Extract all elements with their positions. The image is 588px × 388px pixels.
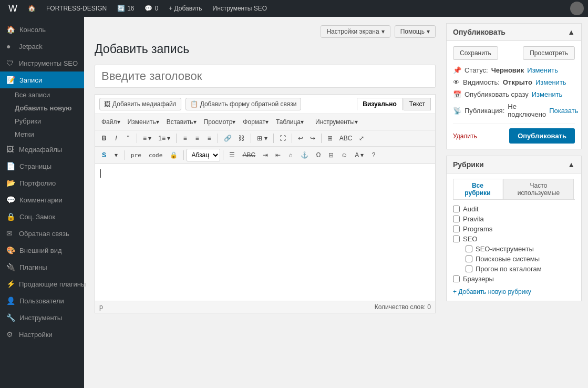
sidebar-item-jetpack[interactable]: ● Jetpack [0, 38, 84, 55]
shield-dropdown[interactable]: ▾ [110, 149, 122, 161]
sidebar-item-portfolio[interactable]: 📂 Портфолио [0, 175, 84, 191]
sidebar-item-comments[interactable]: 💬 Комментарии [0, 191, 84, 208]
cat-checkbox-audit[interactable] [453, 206, 460, 212]
sidebar-item-posts[interactable]: 📝 Записи [0, 72, 84, 88]
ul-btn[interactable]: ≡ ▾ [140, 132, 154, 144]
sidebar-item-users[interactable]: 👤 Пользователи [0, 292, 84, 309]
menu-tools[interactable]: Инструменты ▾ [312, 116, 361, 128]
code-btn[interactable]: code [146, 149, 166, 161]
delete-btn[interactable]: Удалить [453, 132, 477, 140]
color-btn[interactable]: A ▾ [352, 149, 367, 161]
visibility-change-link[interactable]: Изменить [535, 78, 566, 86]
abc-btn[interactable]: ABC [336, 132, 356, 144]
cat-checkbox-directories[interactable] [466, 266, 472, 272]
user-avatar[interactable] [570, 2, 584, 15]
sidebar-categories[interactable]: Рубрики [15, 115, 84, 128]
screen-options-btn[interactable]: Настройки экрана ▾ [321, 25, 390, 38]
unlink-btn[interactable]: ⛓ [235, 132, 248, 144]
wp-logo-btn[interactable]: W [4, 0, 22, 17]
tab-frequent-categories[interactable]: Часто используемые [503, 179, 574, 199]
link-btn[interactable]: 🔗 [221, 132, 235, 144]
align-center[interactable]: ≡ [191, 132, 203, 144]
indent-btn[interactable]: ⇥ [260, 149, 271, 161]
sidebar-item-appearance[interactable]: 🎨 Внешний вид [0, 242, 84, 259]
site-name-btn[interactable]: FORTRESS-DESIGN [42, 0, 111, 17]
text-tab[interactable]: Текст [404, 98, 431, 110]
publish-collapse-icon: ▲ [568, 28, 575, 36]
strikethrough-btn[interactable]: ABC [239, 149, 259, 161]
ol-btn[interactable]: 1≡ ▾ [155, 132, 173, 144]
align-left-2[interactable]: ☰ [226, 149, 238, 161]
menu-table[interactable]: Таблица ▾ [273, 116, 307, 128]
publication-show-link[interactable]: Показать [549, 107, 578, 115]
add-form-btn[interactable]: 📋 Добавить форму обратной связи [185, 98, 302, 110]
publish-date-row: 📅 Опубликовать сразу Изменить [453, 88, 575, 100]
sidebar-item-tools[interactable]: 🔧 Инструменты [0, 309, 84, 326]
sidebar-item-plugins[interactable]: 🔌 Плагины [0, 259, 84, 275]
subscript-btn[interactable]: Ω [313, 149, 324, 161]
menu-file[interactable]: Файл ▾ [98, 116, 123, 128]
bold-btn[interactable]: B [98, 132, 110, 144]
expand-btn[interactable]: ⤢ [356, 132, 367, 144]
sidebar-all-posts[interactable]: Все записи [15, 88, 84, 101]
tab-all-categories[interactable]: Все рубрики [453, 179, 502, 199]
publish-date-change[interactable]: Изменить [532, 90, 563, 98]
help-editor-btn[interactable]: ? [368, 149, 379, 161]
add-new-btn[interactable]: + Добавить [164, 0, 206, 17]
table-insert-btn[interactable]: ⊞ ▾ [254, 132, 270, 144]
add-media-btn[interactable]: 🖼 Добавить медиафайл [99, 98, 181, 110]
cat-checkbox-seo[interactable] [453, 236, 460, 242]
emoji-btn[interactable]: ☺ [338, 149, 350, 161]
cat-checkbox-browsers[interactable] [453, 275, 460, 282]
special-char-btn[interactable]: ⌂ [285, 149, 296, 161]
home-btn[interactable]: 🏠 [24, 0, 40, 17]
lock-btn[interactable]: 🔒 [167, 149, 181, 161]
align-left[interactable]: ≡ [179, 132, 191, 144]
outdent-btn[interactable]: ⇤ [272, 149, 284, 161]
seo-btn[interactable]: Инструменты SEO [209, 0, 272, 17]
redo-btn[interactable]: ↪ [307, 132, 318, 144]
grid-btn[interactable]: ⊞ [324, 132, 336, 144]
cat-checkbox-search-engines[interactable] [466, 256, 472, 262]
sidebar-item-settings[interactable]: ⚙ Настройки [0, 326, 84, 343]
pre-btn[interactable]: pre [128, 149, 145, 161]
paragraph-select[interactable]: Абзац [187, 149, 220, 161]
preview-btn[interactable]: Просмотреть [523, 46, 575, 60]
updates-btn[interactable]: 🔄 16 [113, 0, 138, 17]
sidebar-item-social-lock[interactable]: 🔒 Соц. Замок [0, 208, 84, 225]
publish-btn[interactable]: Опубликовать [509, 128, 575, 144]
editor-body[interactable] [95, 164, 435, 301]
inline-btn[interactable]: ⊟ [325, 149, 337, 161]
shield-btn[interactable]: S [98, 149, 110, 161]
menu-format[interactable]: Формат ▾ [240, 116, 272, 128]
sidebar-item-console[interactable]: 🏠 Консоль [0, 21, 84, 38]
sidebar-add-new[interactable]: Добавить новую [15, 101, 84, 115]
help-btn[interactable]: Помощь ▾ [395, 25, 436, 38]
italic-btn[interactable]: I [110, 132, 122, 144]
publish-box: Опубликовать ▲ Сохранить Просмотреть 📌 С… [446, 23, 582, 149]
fullscreen-btn[interactable]: ⛶ [276, 132, 289, 144]
add-category-link[interactable]: + Добавить новую рубрику [453, 288, 575, 295]
sidebar-tags[interactable]: Метки [15, 128, 84, 141]
settings-icon: ⚙ [6, 330, 15, 339]
align-right[interactable]: ≡ [203, 132, 215, 144]
visual-tab[interactable]: Визуально [357, 98, 402, 110]
status-change-link[interactable]: Изменить [527, 66, 558, 74]
sidebar-item-seo[interactable]: 🛡 Инструменты SEO [0, 55, 84, 72]
sidebar-item-media[interactable]: 🖼 Медиафайлы [0, 141, 84, 158]
menu-edit[interactable]: Изменить ▾ [125, 116, 162, 128]
menu-insert[interactable]: Вставить ▾ [163, 116, 200, 128]
cat-checkbox-programs[interactable] [453, 226, 460, 232]
anchor-btn[interactable]: ⚓ [297, 149, 312, 161]
sidebar-item-selling[interactable]: ⚡ Продающие плагины [0, 275, 84, 292]
sidebar-item-pages[interactable]: 📄 Страницы [0, 158, 84, 175]
undo-btn[interactable]: ↩ [295, 132, 306, 144]
cat-checkbox-seo-tools[interactable] [466, 246, 472, 252]
quote-btn[interactable]: " [122, 132, 134, 144]
menu-view[interactable]: Просмотр ▾ [201, 116, 239, 128]
post-title-input[interactable] [95, 65, 436, 88]
cat-checkbox-pravila[interactable] [453, 216, 460, 222]
comments-btn[interactable]: 💬 0 [140, 0, 162, 17]
save-draft-btn[interactable]: Сохранить [453, 46, 498, 60]
sidebar-item-feedback[interactable]: ✉ Обратная связь [0, 225, 84, 242]
